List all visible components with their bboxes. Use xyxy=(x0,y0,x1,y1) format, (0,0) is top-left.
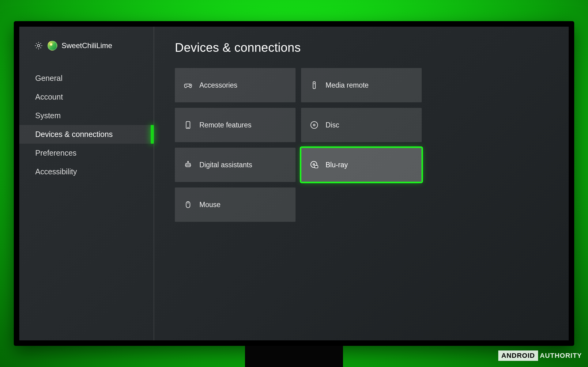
tile-label: Mouse xyxy=(199,201,221,209)
assistant-icon xyxy=(183,160,193,169)
watermark: ANDROID AUTHORITY xyxy=(498,350,582,361)
sidebar-item-account[interactable]: Account xyxy=(19,88,154,106)
tile-label: Digital assistants xyxy=(199,161,252,169)
phone-icon xyxy=(183,120,193,130)
tile-accessories[interactable]: Accessories xyxy=(175,68,296,102)
disc-icon xyxy=(310,120,319,130)
sidebar-header: SweetChiliLime xyxy=(19,41,154,63)
svg-point-17 xyxy=(313,164,315,165)
tile-label: Media remote xyxy=(326,81,369,89)
controller-icon xyxy=(183,81,193,90)
tile-grid: Accessories Media remote xyxy=(175,68,550,222)
svg-point-11 xyxy=(188,161,189,162)
page-title: Devices & connections xyxy=(175,41,550,55)
main-pane: Devices & connections Accessories xyxy=(154,27,569,340)
watermark-part1: ANDROID xyxy=(498,350,538,361)
tile-label: Blu-ray xyxy=(326,161,348,169)
mouse-icon xyxy=(183,200,193,209)
svg-point-8 xyxy=(313,124,315,126)
settings-screen: SweetChiliLime General Account System De… xyxy=(19,27,569,340)
svg-point-2 xyxy=(190,85,191,86)
svg-point-13 xyxy=(189,165,190,165)
tile-media-remote[interactable]: Media remote xyxy=(301,68,422,102)
tile-remote-features[interactable]: Remote features xyxy=(175,108,296,142)
bluray-icon xyxy=(310,160,319,169)
tile-blu-ray[interactable]: Blu-ray xyxy=(301,148,422,182)
sidebar-item-label: General xyxy=(35,74,62,82)
watermark-part2: AUTHORITY xyxy=(540,352,582,360)
tile-label: Remote features xyxy=(199,121,251,129)
username-label: SweetChiliLime xyxy=(62,41,112,50)
sidebar-item-devices-connections[interactable]: Devices & connections xyxy=(19,125,154,144)
sidebar-nav: General Account System Devices & connect… xyxy=(19,63,154,181)
sidebar-item-preferences[interactable]: Preferences xyxy=(19,144,154,162)
tile-label: Disc xyxy=(326,121,339,129)
tile-digital-assistants[interactable]: Digital assistants xyxy=(175,148,296,182)
tile-disc[interactable]: Disc xyxy=(301,108,422,142)
svg-point-7 xyxy=(311,122,318,129)
tile-mouse[interactable]: Mouse xyxy=(175,187,296,222)
remote-icon xyxy=(310,81,319,90)
avatar[interactable] xyxy=(47,41,57,51)
svg-point-12 xyxy=(187,165,188,165)
sidebar-item-label: Account xyxy=(35,93,63,101)
sidebar-item-system[interactable]: System xyxy=(19,106,154,125)
sidebar-item-label: Accessibility xyxy=(35,167,77,176)
sidebar-item-label: System xyxy=(35,111,61,120)
tile-label: Accessories xyxy=(199,81,237,89)
gear-icon xyxy=(34,41,43,50)
tv-stand xyxy=(245,346,343,367)
sidebar-item-general[interactable]: General xyxy=(19,69,154,88)
sidebar-item-label: Devices & connections xyxy=(35,130,113,138)
svg-point-4 xyxy=(314,83,315,84)
sidebar: SweetChiliLime General Account System De… xyxy=(19,27,154,340)
tv-frame: SweetChiliLime General Account System De… xyxy=(14,21,574,346)
svg-rect-18 xyxy=(315,166,318,168)
sidebar-item-label: Preferences xyxy=(35,149,77,157)
svg-point-0 xyxy=(37,44,40,47)
svg-rect-3 xyxy=(313,82,315,89)
sidebar-item-accessibility[interactable]: Accessibility xyxy=(19,162,154,181)
